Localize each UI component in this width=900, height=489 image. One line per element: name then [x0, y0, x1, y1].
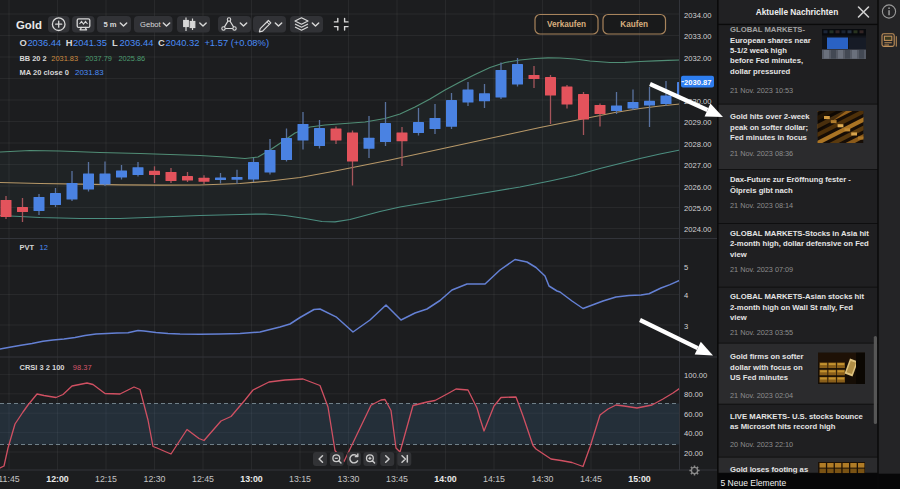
svg-text:15:00: 15:00 — [628, 474, 651, 484]
svg-text:L: L — [112, 37, 118, 48]
svg-text:Fed minutes in focus: Fed minutes in focus — [730, 133, 807, 142]
svg-text:2025.86: 2025.86 — [119, 54, 146, 63]
svg-text:Ölpreis gibt nach: Ölpreis gibt nach — [730, 186, 793, 195]
svg-text:C: C — [158, 37, 165, 48]
svg-text:O: O — [20, 37, 27, 48]
svg-text:12:00: 12:00 — [46, 474, 69, 484]
svg-text:2034.00: 2034.00 — [684, 11, 711, 20]
svg-text:13:30: 13:30 — [337, 474, 359, 484]
svg-text:Dax-Future zur Eröffnung feste: Dax-Future zur Eröffnung fester - — [730, 175, 851, 184]
svg-text:2040.32: 2040.32 — [166, 37, 200, 48]
svg-text:5: 5 — [684, 263, 688, 272]
svg-text:European shares near: European shares near — [730, 36, 811, 45]
svg-text:GLOBAL MARKETS-: GLOBAL MARKETS- — [730, 25, 805, 34]
svg-text:peak on softer dollar;: peak on softer dollar; — [730, 123, 808, 132]
svg-text:2-month high, dollar defensive: 2-month high, dollar defensive on Fed — [730, 239, 869, 248]
svg-text:LIVE MARKETS- U.S. stocks boun: LIVE MARKETS- U.S. stocks bounce — [730, 412, 864, 421]
svg-text:GLOBAL MARKETS-Stocks in Asia: GLOBAL MARKETS-Stocks in Asia hit — [730, 229, 869, 238]
svg-text:Aktuelle Nachrichten: Aktuelle Nachrichten — [756, 7, 839, 17]
svg-text:14:00: 14:00 — [434, 474, 457, 484]
svg-text:2027.00: 2027.00 — [684, 161, 711, 170]
svg-text:2041.35: 2041.35 — [73, 37, 107, 48]
svg-text:H: H — [66, 37, 73, 48]
svg-text:CRSI 3 2 100: CRSI 3 2 100 — [20, 363, 65, 372]
svg-text:21 Nov. 2023 03:55: 21 Nov. 2023 03:55 — [730, 328, 793, 337]
svg-text:12: 12 — [40, 243, 48, 252]
svg-text:2025.00: 2025.00 — [684, 204, 711, 213]
svg-text:2033.00: 2033.00 — [684, 32, 711, 41]
svg-text:2036.44: 2036.44 — [27, 37, 61, 48]
svg-text:Gold hits over 2-week: Gold hits over 2-week — [730, 112, 810, 121]
svg-text:2029.00: 2029.00 — [684, 118, 711, 127]
svg-text:dollar with focus on: dollar with focus on — [730, 363, 803, 372]
svg-text:21 Nov. 2023 10:53: 21 Nov. 2023 10:53 — [730, 86, 793, 95]
svg-text:21 Nov. 2023 08:14: 21 Nov. 2023 08:14 — [730, 201, 793, 210]
svg-text:2031.83: 2031.83 — [75, 68, 104, 77]
svg-text:before Fed minutes,: before Fed minutes, — [730, 56, 803, 65]
svg-text:2037.79: 2037.79 — [85, 54, 112, 63]
svg-text:3: 3 — [684, 322, 688, 331]
svg-text:100.00: 100.00 — [684, 371, 707, 380]
svg-text:4: 4 — [684, 291, 688, 300]
svg-text:BB 20 2: BB 20 2 — [20, 54, 47, 63]
svg-text:US Fed minutes: US Fed minutes — [730, 373, 788, 382]
svg-text:21 Nov. 2023 02:04: 21 Nov. 2023 02:04 — [730, 391, 793, 400]
svg-text:GLOBAL MARKETS-Asian stocks hi: GLOBAL MARKETS-Asian stocks hit — [730, 292, 864, 301]
svg-text:40.00: 40.00 — [684, 429, 703, 438]
svg-text:14:45: 14:45 — [580, 474, 602, 484]
svg-text:2031.83: 2031.83 — [51, 54, 78, 63]
svg-text:21 Nov. 2023 07:09: 21 Nov. 2023 07:09 — [730, 265, 793, 274]
svg-text:Verkaufen: Verkaufen — [547, 20, 586, 29]
svg-text:5 m: 5 m — [104, 20, 117, 29]
svg-text:Kaufen: Kaufen — [620, 20, 648, 29]
svg-text:21 Nov. 2023 08:36: 21 Nov. 2023 08:36 — [730, 149, 793, 158]
svg-text:12:30: 12:30 — [143, 474, 165, 484]
svg-text:2028.00: 2028.00 — [684, 140, 711, 149]
svg-text:view: view — [730, 313, 747, 322]
svg-text:2032.00: 2032.00 — [684, 54, 711, 63]
svg-text:Gold: Gold — [16, 19, 42, 31]
svg-text:98.37: 98.37 — [73, 363, 92, 372]
svg-text:12:45: 12:45 — [192, 474, 214, 484]
svg-text:as Microsoft hits record high: as Microsoft hits record high — [730, 422, 836, 431]
svg-text:20.00: 20.00 — [684, 449, 703, 458]
svg-text:PVT: PVT — [20, 243, 35, 252]
svg-text:2024.00: 2024.00 — [684, 225, 711, 234]
svg-text:80.00: 80.00 — [684, 390, 703, 399]
svg-text:dollar pressured: dollar pressured — [730, 67, 791, 76]
svg-text:12:15: 12:15 — [95, 474, 117, 484]
svg-text:13:15: 13:15 — [289, 474, 311, 484]
svg-text:MA 20 close 0: MA 20 close 0 — [20, 68, 69, 77]
svg-text:20 Nov. 2023 22:10: 20 Nov. 2023 22:10 — [730, 440, 793, 449]
svg-text:Gebot: Gebot — [140, 20, 162, 29]
svg-text:13:00: 13:00 — [240, 474, 263, 484]
svg-text:5 Neue Elemente: 5 Neue Elemente — [721, 478, 787, 488]
svg-text:13:45: 13:45 — [386, 474, 408, 484]
svg-text:2030.87: 2030.87 — [684, 78, 711, 87]
svg-text:60.00: 60.00 — [684, 410, 703, 419]
svg-text:14:30: 14:30 — [531, 474, 553, 484]
svg-text:2036.44: 2036.44 — [120, 37, 154, 48]
svg-text:Gold firms on softer: Gold firms on softer — [730, 352, 803, 361]
svg-text:+1.57 (+0.08%): +1.57 (+0.08%) — [204, 37, 269, 48]
svg-text:view: view — [730, 250, 747, 259]
svg-text:2-month high on Wall St rally,: 2-month high on Wall St rally, Fed — [730, 303, 853, 312]
svg-text:Gold loses footing as: Gold loses footing as — [730, 465, 808, 474]
svg-text:2026.00: 2026.00 — [684, 183, 711, 192]
svg-text:5-1/2 week high: 5-1/2 week high — [730, 46, 787, 55]
svg-text:14:15: 14:15 — [483, 474, 505, 484]
svg-text:11:45: 11:45 — [0, 474, 20, 484]
